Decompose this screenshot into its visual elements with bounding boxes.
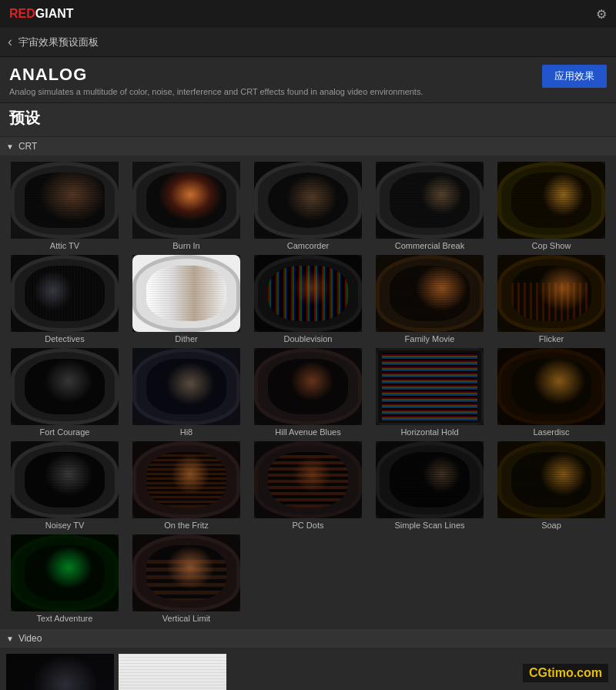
preset-thumb-hill-avenue-blues: [254, 348, 362, 425]
preset-burn-in[interactable]: Burn In: [128, 162, 245, 250]
preset-thumb-fort-courage: [11, 348, 119, 425]
preset-label-hill-avenue-blues: Hill Avenue Blues: [275, 427, 340, 437]
nav-title: 宇宙效果预设面板: [18, 35, 99, 49]
preset-thumb-family-movie: [376, 255, 484, 332]
preset-vertical-limit[interactable]: Vertical Limit: [128, 534, 245, 623]
preset-thumb-dither: [132, 255, 240, 332]
presets-label: 预设: [9, 108, 607, 129]
preset-label-horizontal-hold: Horizontal Hold: [400, 427, 458, 437]
preset-label-vertical-limit: Vertical Limit: [162, 614, 210, 623]
preset-label-detectives: Detectives: [45, 334, 84, 343]
preset-pc-dots[interactable]: PC Dots: [249, 441, 367, 530]
logo-red: RED: [9, 7, 35, 20]
preset-hill-avenue-blues[interactable]: Hill Avenue Blues: [249, 348, 367, 437]
gear-icon[interactable]: ⚙: [596, 7, 607, 22]
preset-family-movie[interactable]: Family Movie: [371, 255, 488, 343]
preset-label-cop-show: Cop Show: [532, 241, 571, 250]
preset-label-noisey-tv: Noisey TV: [45, 521, 85, 530]
preset-label-camcorder: Camcorder: [287, 241, 329, 250]
apply-effect-button[interactable]: 应用效果: [542, 65, 607, 88]
preset-label-text-adventure: Text Adventure: [37, 614, 93, 623]
video-category-label: Video: [18, 633, 42, 644]
preset-thumb-simple-scan-lines: [376, 441, 484, 518]
header-description: Analog simulates a multitude of color, n…: [9, 87, 424, 96]
video-category-header[interactable]: ▼ Video: [0, 629, 616, 648]
page-title: ANALOG: [9, 65, 424, 85]
preset-thumb-doublevision: [254, 255, 362, 332]
presets-section-bar: 预设: [0, 103, 616, 137]
top-bar: REDGIANT ⚙: [0, 0, 616, 28]
preset-thumb-horizontal-hold: [376, 348, 484, 425]
logo-giant: GIANT: [35, 7, 74, 20]
preset-thumb-vertical-limit: [132, 534, 240, 611]
preset-thumb-hi8: [132, 348, 240, 425]
watermark-cg: CG: [529, 666, 547, 679]
presets-grid: Attic TV Burn In Camcorder: [0, 156, 616, 629]
preset-soap[interactable]: Soap: [493, 441, 610, 530]
preset-thumb-flicker: [497, 255, 605, 332]
preset-thumb-attic-tv: [11, 162, 119, 239]
preset-cop-show[interactable]: Cop Show: [493, 162, 610, 250]
preset-label-commercial-break: Commercial Break: [395, 241, 464, 250]
preset-label-on-the-fritz: On the Fritz: [164, 521, 208, 530]
preset-dither[interactable]: Dither: [128, 255, 245, 343]
preset-on-the-fritz[interactable]: On the Fritz: [128, 441, 245, 530]
preset-thumb-camcorder: [254, 162, 362, 239]
preset-thumb-soap: [497, 441, 605, 518]
preset-thumb-cop-show: [497, 162, 605, 239]
preset-label-burn-in: Burn In: [172, 241, 199, 250]
preset-label-simple-scan-lines: Simple Scan Lines: [394, 521, 464, 530]
bottom-thumb-1[interactable]: [6, 654, 114, 690]
preset-label-family-movie: Family Movie: [405, 334, 455, 343]
preset-laserdisc[interactable]: Laserdisc: [493, 348, 610, 437]
preset-thumb-laserdisc: [497, 348, 605, 425]
preset-label-pc-dots: PC Dots: [293, 521, 324, 530]
video-arrow-icon: ▼: [6, 635, 14, 643]
preset-label-fort-courage: Fort Courage: [40, 427, 90, 437]
preset-camcorder[interactable]: Camcorder: [249, 162, 367, 250]
preset-flicker[interactable]: Flicker: [493, 255, 610, 343]
watermark-timo: timo: [547, 666, 574, 679]
preset-commercial-break[interactable]: Commercial Break: [371, 162, 488, 250]
preset-simple-scan-lines[interactable]: Simple Scan Lines: [371, 441, 488, 530]
crt-arrow-icon: ▼: [6, 142, 14, 151]
preset-hi8[interactable]: Hi8: [128, 348, 245, 437]
app-logo: REDGIANT: [9, 7, 74, 21]
preset-attic-tv[interactable]: Attic TV: [6, 162, 123, 250]
preset-thumb-text-adventure: [11, 534, 119, 611]
header: ANALOG Analog simulates a multitude of c…: [0, 57, 616, 103]
preset-doublevision[interactable]: Doublevision: [249, 255, 367, 343]
watermark: CGtimo.com: [523, 664, 608, 682]
header-left: ANALOG Analog simulates a multitude of c…: [9, 65, 424, 96]
bottom-thumb-2[interactable]: [119, 654, 226, 690]
preset-label-hi8: Hi8: [180, 427, 193, 437]
preset-text-adventure[interactable]: Text Adventure: [6, 534, 123, 623]
preset-noisey-tv[interactable]: Noisey TV: [6, 441, 123, 530]
preset-thumb-noisey-tv: [11, 441, 119, 518]
preset-thumb-on-the-fritz: [132, 441, 240, 518]
preset-thumb-pc-dots: [254, 441, 362, 518]
crt-category-header[interactable]: ▼ CRT: [0, 137, 616, 156]
back-button[interactable]: ‹: [8, 34, 12, 50]
preset-label-doublevision: Doublevision: [284, 334, 333, 343]
watermark-com: .com: [574, 666, 602, 679]
preset-label-flicker: Flicker: [539, 334, 564, 343]
preset-thumb-burn-in: [132, 162, 240, 239]
preset-horizontal-hold[interactable]: Horizontal Hold: [371, 348, 488, 437]
preset-thumb-commercial-break: [376, 162, 484, 239]
preset-label-soap: Soap: [541, 521, 561, 530]
preset-label-attic-tv: Attic TV: [50, 241, 79, 250]
preset-thumb-detectives: [11, 255, 119, 332]
nav-bar: ‹ 宇宙效果预设面板: [0, 28, 616, 57]
preset-detectives[interactable]: Detectives: [6, 255, 123, 343]
preset-label-laserdisc: Laserdisc: [533, 427, 569, 437]
preset-fort-courage[interactable]: Fort Courage: [6, 348, 123, 437]
crt-category-label: CRT: [18, 141, 37, 152]
preset-label-dither: Dither: [175, 334, 197, 343]
